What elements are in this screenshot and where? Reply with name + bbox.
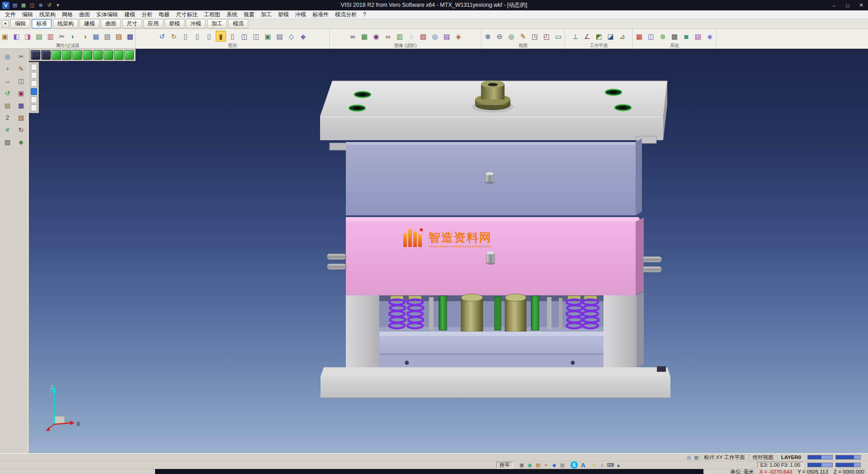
ribbon-tool-icon[interactable]: ▤: [274, 31, 285, 42]
ribbon-tool-icon[interactable]: ↻: [169, 31, 179, 42]
menu-item[interactable]: 视窗: [241, 10, 258, 19]
edit-tool-icon[interactable]: #: [2, 125, 13, 135]
ribbon-tool-icon[interactable]: ⊿: [617, 31, 627, 42]
menu-item[interactable]: 文件: [2, 10, 19, 19]
status-tray-icon[interactable]: ▦: [559, 462, 566, 468]
status-tray-icon[interactable]: ◆: [551, 462, 558, 468]
ime-toolbar-icon[interactable]: ▴: [615, 462, 622, 468]
document-page-icon[interactable]: [31, 72, 37, 79]
ribbon-tool-icon[interactable]: ◰: [542, 31, 552, 42]
model-upper-plate[interactable]: [330, 136, 656, 215]
view-mode-label[interactable]: 绝对视图: [749, 454, 777, 461]
snap-lock-toggle[interactable]: 拴牢: [496, 462, 513, 469]
skype-tray-icon[interactable]: S: [571, 461, 578, 469]
model-base-plate[interactable]: [321, 366, 670, 398]
menu-item[interactable]: 曲面: [76, 10, 93, 19]
workflow-tab[interactable]: 加工: [207, 19, 227, 28]
edit-tool-icon[interactable]: ▣: [15, 88, 27, 98]
ribbon-tool-icon[interactable]: ◳: [530, 31, 540, 42]
ribbon-tool-icon[interactable]: ▯: [192, 31, 203, 42]
view-preset-icon[interactable]: [52, 50, 61, 60]
status-tray-icon[interactable]: ▣: [518, 462, 525, 468]
ribbon-tool-icon[interactable]: ⊕: [658, 31, 668, 42]
edit-tool-icon[interactable]: 2: [2, 113, 13, 123]
ribbon-tool-icon[interactable]: ⊕: [483, 31, 493, 42]
view-preset-icon[interactable]: [83, 50, 92, 60]
ribbon-tool-icon[interactable]: ◨: [23, 31, 33, 42]
ribbon-tool-icon[interactable]: ◐: [68, 31, 78, 42]
ribbon-tool-icon[interactable]: ∞: [348, 31, 358, 42]
edit-tool-icon[interactable]: ▨: [2, 137, 13, 147]
model-lower-plates[interactable]: [379, 332, 604, 367]
view-preset-icon[interactable]: [62, 50, 71, 60]
ribbon-tool-icon[interactable]: ▦: [359, 31, 370, 42]
quick-access-icon[interactable]: ◫: [28, 2, 36, 9]
view-preset-icon[interactable]: [41, 50, 51, 60]
edit-tool-icon[interactable]: +: [2, 64, 13, 74]
edit-tool-icon[interactable]: ◫: [15, 76, 27, 86]
edit-tool-icon[interactable]: ▦: [15, 100, 27, 110]
edit-tool-icon[interactable]: ◎: [2, 52, 13, 62]
edit-tool-icon[interactable]: ↺: [2, 88, 13, 98]
ribbon-tool-icon[interactable]: ▧: [103, 31, 113, 42]
edit-tool-icon[interactable]: ↔: [2, 76, 13, 86]
quick-access-icon[interactable]: ↺: [46, 2, 53, 9]
workflow-tab[interactable]: 塑模: [165, 19, 184, 28]
view-preset-icon[interactable]: [104, 50, 113, 60]
3d-viewport[interactable]: 智造资料网 Z X: [29, 49, 868, 453]
maximize-button[interactable]: □: [841, 0, 854, 10]
workflow-tab[interactable]: 冲模: [186, 19, 206, 28]
ribbon-tool-icon[interactable]: ▭: [553, 31, 564, 42]
model-pink-plate[interactable]: [327, 217, 662, 295]
workflow-tab[interactable]: 线架构: [53, 19, 78, 28]
ribbon-tool-icon[interactable]: ▯: [180, 31, 191, 42]
edit-tool-icon[interactable]: ▤: [2, 100, 13, 110]
menu-item[interactable]: 网格: [59, 10, 76, 19]
ribbon-tool-icon[interactable]: ▯: [204, 31, 214, 42]
ribbon-tool-icon[interactable]: ◑: [80, 31, 90, 42]
ribbon-tool-icon[interactable]: ▦: [634, 31, 645, 42]
ribbon-tool-icon[interactable]: ⊥: [570, 31, 580, 42]
workflow-tab[interactable]: 尺寸: [122, 19, 142, 28]
ribbon-tool-icon[interactable]: ◩: [594, 31, 604, 42]
menu-item[interactable]: 系统: [223, 10, 241, 19]
ribbon-tool-icon[interactable]: ▣: [263, 31, 273, 42]
ribbon-tool-icon[interactable]: ◎: [430, 31, 440, 42]
menu-item[interactable]: 塑模: [275, 10, 292, 19]
menu-item[interactable]: 编辑: [19, 10, 36, 19]
menu-item[interactable]: 标准件: [309, 10, 332, 19]
menu-item[interactable]: ?: [360, 10, 369, 19]
ribbon-tool-icon[interactable]: ▥: [395, 31, 405, 42]
minimize-button[interactable]: –: [827, 0, 841, 10]
view-preset-icon[interactable]: [114, 50, 123, 60]
quick-access-icon[interactable]: ▦: [20, 2, 27, 9]
ribbon-tool-icon[interactable]: ◫: [239, 31, 250, 42]
quick-access-icon[interactable]: ⊕: [37, 2, 44, 9]
ribbon-tool-icon[interactable]: ◇: [286, 31, 297, 42]
ribbon-tool-icon[interactable]: ▨: [114, 31, 124, 42]
edit-tool-icon[interactable]: ▧: [15, 113, 27, 123]
input-language-icon[interactable]: A: [580, 461, 587, 469]
ribbon-tool-icon[interactable]: ▧: [418, 31, 429, 42]
ribbon-tool-icon[interactable]: ◙: [681, 31, 692, 42]
ribbon-tool-icon[interactable]: ▤: [442, 31, 452, 42]
workplane-status-icon[interactable]: ◎: [685, 454, 693, 460]
menu-item[interactable]: 线架构: [36, 10, 59, 19]
document-page-icon[interactable]: [31, 96, 37, 103]
workflow-tab[interactable]: 建模: [80, 19, 99, 28]
document-page-icon[interactable]: [31, 104, 37, 111]
ribbon-tool-icon[interactable]: ◫: [251, 31, 261, 42]
ribbon-tool-icon[interactable]: ▩: [125, 31, 135, 42]
ribbon-tool-icon[interactable]: ∠: [582, 31, 592, 42]
ime-toolbar-icon[interactable]: ⌨: [607, 462, 614, 468]
workplane-status-icon[interactable]: ▦: [693, 454, 700, 460]
menu-item[interactable]: 分析: [138, 10, 156, 19]
workflow-tab[interactable]: 曲面: [101, 19, 121, 28]
document-page-icon[interactable]: [31, 88, 37, 95]
view-preset-icon[interactable]: [124, 50, 134, 60]
active-layer-label[interactable]: LAYER0: [777, 455, 805, 460]
ribbon-tool-icon[interactable]: ⊖: [495, 31, 505, 42]
ime-toolbar-icon[interactable]: ♪: [599, 462, 606, 468]
model-top-plate[interactable]: [320, 81, 667, 140]
menu-item[interactable]: 建模: [121, 10, 138, 19]
